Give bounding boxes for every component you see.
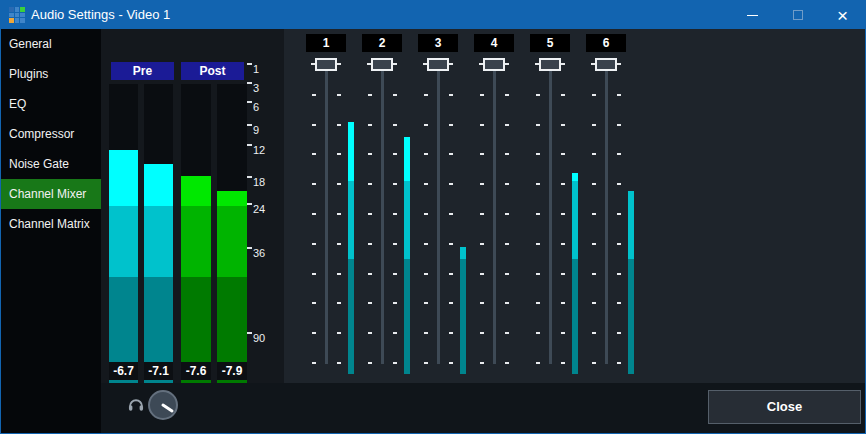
pre-button[interactable]: Pre (111, 62, 174, 80)
channel-1-fader-handle[interactable] (315, 58, 337, 71)
post-level-value: -7.6 (181, 362, 211, 380)
channel-6-scale-tick (592, 243, 596, 245)
channel-2-scale-tick (393, 213, 397, 215)
pre-meter-1 (109, 84, 138, 387)
channel-5-scale-tick (561, 243, 565, 245)
channel-6-fader-handle[interactable] (595, 58, 617, 71)
channel-1-header[interactable]: 1 (306, 34, 346, 52)
titlebar[interactable]: Audio Settings - Video 1 × (1, 1, 865, 29)
channel-5-scale-tick (536, 273, 540, 275)
channel-1-scale-tick (312, 362, 316, 364)
channel-5-handle-tick (561, 63, 565, 65)
channel-6-scale-tick (617, 273, 621, 275)
sidebar-item-compressor[interactable]: Compressor (1, 119, 101, 149)
channel-2-fader-handle[interactable] (371, 58, 393, 71)
channel-6-scale-tick (592, 183, 596, 185)
minimize-button[interactable] (730, 1, 775, 29)
channel-5-scale-tick (536, 243, 540, 245)
channel-4-fader-handle[interactable] (483, 58, 505, 71)
channel-6-scale-tick (592, 124, 596, 126)
channel-2-scale-tick (368, 153, 372, 155)
scale-tick-3 (247, 82, 252, 84)
channel-3-scale-tick (449, 273, 453, 275)
channel-3-scale-tick (449, 94, 453, 96)
scale-label-24: 24 (253, 204, 275, 215)
meter-panel: dBFS PrePost-6.7-7.1-7.6-7.9136912182436… (101, 29, 284, 383)
headphones-icon (127, 395, 145, 413)
channel-3-scale-tick (449, 183, 453, 185)
channel-2-scale-tick (393, 183, 397, 185)
channel-1-scale-tick (337, 94, 341, 96)
close-window-button[interactable]: × (820, 1, 865, 29)
channel-6-fader-track[interactable] (605, 71, 608, 364)
channel-5-scale-tick (536, 213, 540, 215)
pre-level-value: -7.1 (144, 362, 173, 380)
sidebar-item-plugins[interactable]: Plugins (1, 59, 101, 89)
post-meter-1-fill (181, 176, 211, 206)
pre-meter-1-fill (109, 206, 138, 277)
logo-square (9, 7, 14, 12)
channel-6-scale-tick (592, 362, 596, 364)
channel-2-fader-track[interactable] (381, 71, 384, 364)
bottom-bar: Close (101, 383, 866, 434)
channel-2-meter-fill (404, 137, 410, 181)
channel-5-fader-handle[interactable] (539, 58, 561, 71)
headphone-volume-knob[interactable] (148, 390, 178, 420)
channel-1-handle-tick (337, 63, 341, 65)
channel-3-scale-tick (449, 124, 453, 126)
channel-5-scale-tick (561, 153, 565, 155)
post-meter-2-fill (217, 206, 247, 277)
channel-6-scale-tick (617, 362, 621, 364)
sidebar-item-noise-gate[interactable]: Noise Gate (1, 149, 101, 179)
channel-6-scale-tick (617, 302, 621, 304)
channel-5-scale-tick (536, 94, 540, 96)
channel-1-scale-tick (312, 332, 316, 334)
sidebar-item-channel-mixer[interactable]: Channel Mixer (1, 179, 101, 209)
channel-2-header[interactable]: 2 (362, 34, 402, 52)
channel-1-meter-fill (348, 259, 354, 374)
logo-square (15, 7, 20, 12)
channel-3-meter-fill (460, 247, 466, 259)
channel-4-fader-track[interactable] (493, 71, 496, 364)
scale-label-12: 12 (253, 145, 275, 156)
channel-4-scale-tick (480, 183, 484, 185)
channel-3-scale-tick (449, 332, 453, 334)
maximize-button[interactable] (775, 1, 820, 29)
channel-1-scale-tick (337, 302, 341, 304)
channel-4-handle-tick (505, 63, 509, 65)
channel-6-scale-tick (617, 124, 621, 126)
sidebar-item-general[interactable]: General (1, 29, 101, 59)
channel-6-scale-tick (617, 94, 621, 96)
sidebar-item-channel-matrix[interactable]: Channel Matrix (1, 209, 101, 239)
channel-4-header[interactable]: 4 (474, 34, 514, 52)
channel-5-header[interactable]: 5 (530, 34, 570, 52)
channel-6-scale-tick (592, 332, 596, 334)
channel-4-scale-tick (480, 94, 484, 96)
channel-3-fader-handle[interactable] (427, 58, 449, 71)
channel-1-meter-fill (348, 181, 354, 259)
channel-5-meter-fill (572, 181, 578, 259)
channel-3-scale-tick (449, 243, 453, 245)
close-button[interactable]: Close (708, 390, 861, 424)
channel-2-scale-tick (393, 332, 397, 334)
channel-4-scale-tick (480, 213, 484, 215)
sidebar-item-eq[interactable]: EQ (1, 89, 101, 119)
channel-1-meter-fill (348, 122, 354, 181)
channel-4-scale-tick (505, 243, 509, 245)
channel-5-meter-fill (572, 259, 578, 374)
channel-5-scale-tick (561, 213, 565, 215)
channel-5-fader-track[interactable] (549, 71, 552, 364)
channel-5-scale-tick (536, 362, 540, 364)
scale-tick-1 (247, 63, 252, 65)
post-button[interactable]: Post (181, 62, 244, 80)
channel-3-fader-track[interactable] (437, 71, 440, 364)
channel-3-header[interactable]: 3 (418, 34, 458, 52)
minimize-icon (747, 15, 758, 16)
channel-5-meter-fill (572, 173, 578, 181)
channel-6-header[interactable]: 6 (586, 34, 626, 52)
channel-1-scale-tick (337, 273, 341, 275)
channel-3-meter-fill (460, 259, 466, 374)
channel-5-scale-tick (536, 183, 540, 185)
logo-square (15, 13, 20, 18)
channel-1-fader-track[interactable] (325, 71, 328, 364)
